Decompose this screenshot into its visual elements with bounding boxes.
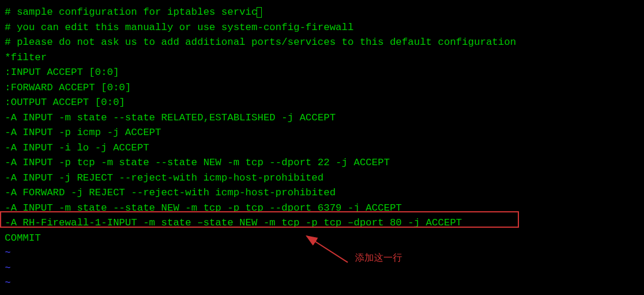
line-text: COMMIT [5,232,41,244]
vim-tilde-line: ~ [5,245,639,261]
tilde-text: ~ [5,263,11,274]
cursor-icon [257,7,262,18]
config-line-rule-ssh: -A INPUT -p tcp -m state --state NEW -m … [5,155,639,171]
config-line-comment-3: # please do not ask us to add additional… [5,35,639,50]
line-text: :OUTPUT ACCEPT [0:0] [5,97,125,108]
config-line-rule-reject-forward: -A FORWARD -j REJECT --reject-with icmp-… [5,185,639,201]
config-line-comment-1: # sample configuration for iptables serv… [5,5,639,20]
config-line-rule-reject-input: -A INPUT -j REJECT --reject-with icmp-ho… [5,171,639,186]
line-text: # please do not ask us to add additional… [5,37,516,48]
config-line-comment-2: # you can edit this manually or use syst… [5,20,639,35]
tilde-text: ~ [5,247,11,258]
config-line-commit: COMMIT [5,231,639,246]
config-line-output-accept: :OUTPUT ACCEPT [0:0] [5,95,639,110]
line-text: -A INPUT -i lo -j ACCEPT [5,142,149,153]
line-text: -A INPUT -j REJECT --reject-with icmp-ho… [5,172,324,183]
config-line-rule-icmp: -A INPUT -p icmp -j ACCEPT [5,125,639,140]
line-text: -A INPUT -p tcp -m state --state NEW -m … [5,157,390,168]
config-line-rule-related: -A INPUT -m state --state RELATED,ESTABL… [5,110,639,126]
config-line-filter: *filter [5,50,639,65]
config-line-forward-accept: :FORWARD ACCEPT [0:0] [5,80,639,96]
line-text: :FORWARD ACCEPT [0:0] [5,82,131,93]
line-text: *filter [5,52,47,63]
config-line-input-accept: :INPUT ACCEPT [0:0] [5,65,639,80]
line-text: :INPUT ACCEPT [0:0] [5,67,119,78]
tilde-text: ~ [5,277,11,289]
line-text: -A FORWARD -j REJECT --reject-with icmp-… [5,187,336,198]
line-text: -A INPUT -m state --state NEW -m tcp -p … [5,202,402,214]
line-text: -A INPUT -m state --state RELATED,ESTABL… [5,112,336,123]
config-line-rule-redis: -A INPUT -m state --state NEW -m tcp -p … [5,201,639,216]
vim-tilde-line: ~ [5,276,639,291]
line-text: -A INPUT -p icmp -j ACCEPT [5,127,161,138]
line-text: # sample configuration for iptables serv… [5,6,257,18]
tilde-text: ~ [5,293,11,296]
line-text: # you can edit this manually or use syst… [5,22,354,33]
line-text: -A RH-Firewall-1-INPUT -m state –state N… [5,217,462,228]
config-line-rule-http: -A RH-Firewall-1-INPUT -m state –state N… [5,215,639,231]
vim-tilde-line: ~ [5,291,639,296]
config-line-rule-lo: -A INPUT -i lo -j ACCEPT [5,140,639,156]
vim-tilde-line: ~ [5,261,639,276]
